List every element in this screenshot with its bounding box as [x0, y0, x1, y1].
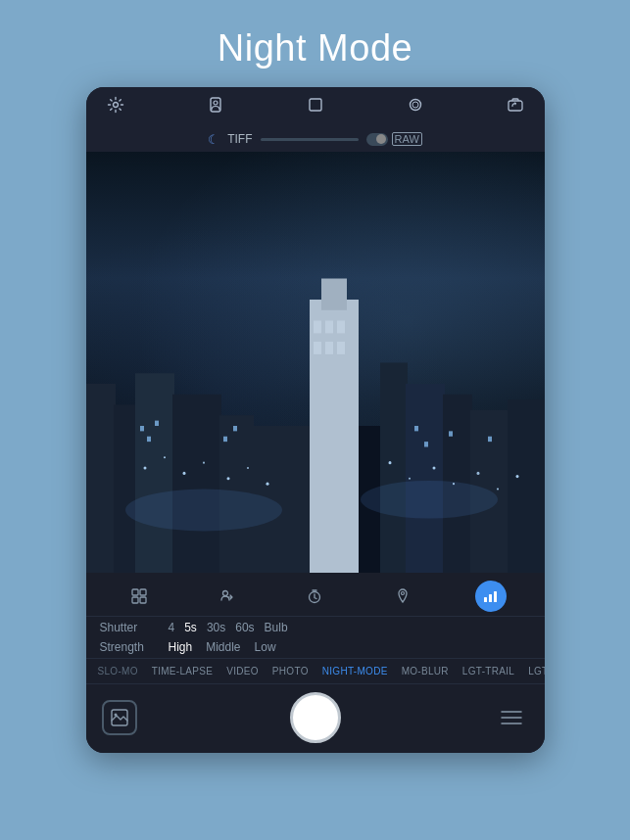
svg-point-31: [182, 471, 185, 474]
mode-tab-slomo[interactable]: SLO-MO: [92, 663, 144, 679]
svg-point-33: [226, 477, 229, 480]
settings-icon[interactable]: [102, 96, 129, 118]
svg-rect-47: [233, 426, 237, 431]
timer-icon-btn[interactable]: [299, 581, 330, 612]
buildings-svg: [86, 215, 545, 574]
viewfinder: [86, 152, 545, 573]
menu-button[interactable]: [494, 700, 529, 735]
svg-point-58: [402, 592, 405, 595]
svg-point-28: [361, 480, 498, 518]
top-toolbar: [86, 87, 545, 126]
circle-icon[interactable]: [402, 96, 429, 118]
tiff-slider[interactable]: [261, 138, 359, 141]
svg-rect-46: [223, 436, 227, 441]
svg-point-27: [125, 489, 282, 531]
svg-point-0: [113, 102, 118, 107]
svg-point-35: [266, 482, 268, 485]
svg-rect-17: [325, 320, 333, 333]
icon-row: [86, 573, 545, 617]
svg-point-63: [114, 714, 117, 717]
svg-point-38: [432, 466, 435, 469]
svg-point-37: [409, 477, 411, 479]
svg-rect-20: [325, 342, 333, 354]
svg-rect-60: [489, 594, 492, 602]
toggle-dot[interactable]: [366, 133, 388, 146]
svg-point-40: [476, 471, 479, 474]
svg-point-5: [412, 102, 418, 108]
shutter-val-4[interactable]: 4: [169, 621, 175, 634]
strength-middle[interactable]: Middle: [206, 640, 240, 654]
tiff-label: TIFF: [227, 132, 252, 146]
svg-point-2: [214, 101, 218, 105]
portrait-icon-btn[interactable]: [212, 581, 243, 612]
svg-rect-19: [314, 342, 321, 354]
svg-point-41: [497, 488, 499, 490]
phone-frame: ☾ TIFF RAW: [86, 87, 545, 753]
svg-rect-61: [494, 591, 497, 602]
svg-rect-8: [86, 384, 116, 574]
gallery-button[interactable]: [102, 700, 137, 735]
svg-rect-3: [310, 99, 321, 111]
svg-rect-53: [140, 589, 146, 595]
portrait-icon[interactable]: [202, 96, 229, 118]
svg-rect-14: [310, 300, 359, 574]
svg-rect-54: [132, 597, 138, 603]
svg-point-34: [247, 466, 249, 468]
svg-rect-59: [484, 597, 487, 602]
location-icon-btn[interactable]: [387, 581, 418, 612]
svg-point-39: [453, 483, 455, 485]
svg-point-56: [222, 591, 227, 596]
shutter-row: Shutter 4 5s 30s 60s Bulb: [86, 617, 545, 638]
shutter-label: Shutter: [100, 621, 169, 634]
mode-tab-timelapse[interactable]: TIME-LAPSE: [146, 663, 218, 679]
svg-rect-43: [140, 426, 144, 431]
svg-point-42: [515, 474, 518, 477]
page-title: Night Mode: [218, 27, 412, 70]
shutter-val-60s[interactable]: 60s: [235, 621, 254, 634]
svg-rect-10: [135, 373, 174, 573]
svg-rect-16: [314, 320, 321, 333]
mode-tab-video[interactable]: VIDEO: [220, 663, 265, 679]
svg-rect-44: [147, 436, 151, 441]
chart-icon-btn[interactable]: [475, 581, 507, 612]
svg-rect-49: [424, 442, 428, 446]
shutter-val-5s[interactable]: 5s: [184, 621, 197, 634]
shutter-val-bulb[interactable]: Bulb: [265, 621, 288, 634]
svg-rect-15: [321, 278, 347, 309]
svg-rect-23: [406, 384, 445, 574]
grid-icon-btn[interactable]: [123, 581, 155, 612]
svg-point-4: [410, 99, 420, 110]
svg-rect-26: [508, 399, 545, 573]
svg-rect-22: [380, 362, 408, 573]
mode-tabs: SLO-MO TIME-LAPSE VIDEO PHOTO NIGHT-MODE…: [86, 658, 545, 683]
strength-label: Strength: [100, 640, 169, 654]
shutter-val-30s[interactable]: 30s: [207, 621, 225, 634]
svg-rect-55: [140, 597, 146, 603]
svg-rect-11: [172, 394, 221, 573]
square-icon[interactable]: [302, 96, 329, 118]
mode-tab-nightmode[interactable]: NIGHT-MODE: [316, 663, 394, 679]
toggle-container[interactable]: RAW: [366, 132, 422, 146]
shutter-button[interactable]: [290, 692, 341, 743]
svg-point-36: [388, 461, 391, 464]
mode-tab-photo[interactable]: PHOTO: [267, 663, 315, 679]
svg-rect-52: [132, 589, 138, 595]
svg-point-29: [143, 466, 146, 469]
strength-high[interactable]: High: [169, 640, 193, 654]
mode-tab-lgtfiled[interactable]: LGT-FILED: [522, 663, 544, 679]
mode-tab-lgttrail[interactable]: LGT-TRAIL: [457, 663, 520, 679]
raw-badge: RAW: [392, 132, 422, 146]
strength-low[interactable]: Low: [255, 640, 276, 654]
strength-row: Strength High Middle Low: [86, 638, 545, 658]
svg-point-32: [203, 461, 205, 463]
svg-rect-48: [414, 426, 418, 431]
svg-rect-6: [509, 101, 522, 111]
camera-rotate-icon[interactable]: [502, 96, 529, 118]
bottom-panel: Shutter 4 5s 30s 60s Bulb Strength High …: [86, 573, 545, 753]
shutter-values: 4 5s 30s 60s Bulb: [169, 621, 288, 634]
mode-tab-moblur[interactable]: MO-BLUR: [396, 663, 455, 679]
svg-rect-21: [337, 342, 345, 354]
svg-rect-51: [488, 436, 492, 441]
svg-rect-9: [114, 404, 138, 573]
svg-point-30: [164, 456, 166, 458]
